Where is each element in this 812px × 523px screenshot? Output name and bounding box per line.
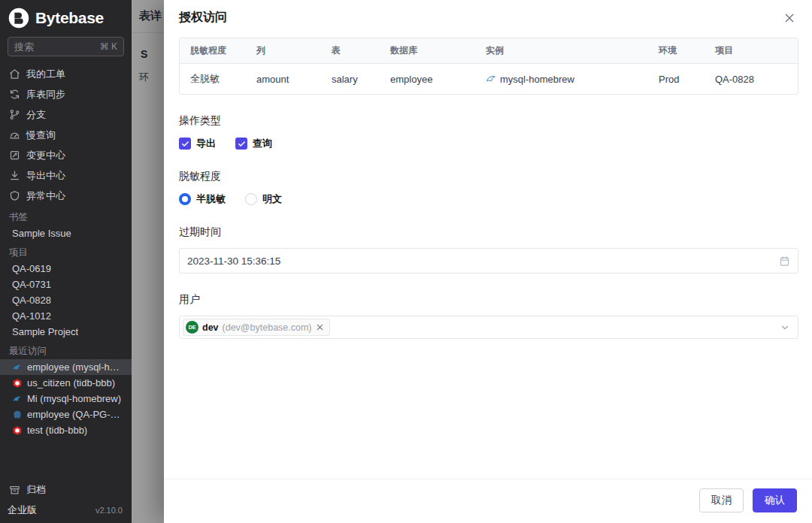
checkbox-checked-icon[interactable] [235,138,247,150]
postgres-icon [12,410,23,420]
sidebar-item-project[interactable]: QA-1012 [0,308,132,324]
brand[interactable]: Bytebase [0,0,132,34]
calendar-icon[interactable] [779,255,790,267]
masking-level-options: 半脱敏 明文 [179,192,798,206]
nav-label: 慢查询 [26,128,56,142]
user-email: (dev@bytebase.com) [223,322,312,333]
project-label: QA-1012 [12,310,51,322]
user-tag: DE dev (dev@bytebase.com) [183,319,330,336]
column-header: 环境 [648,38,704,63]
column-header: 实例 [475,38,648,63]
search-input[interactable] [14,41,82,53]
version-label: v2.10.0 [95,506,123,515]
sidebar-item-project[interactable]: QA-0731 [0,277,132,292]
export-checkbox[interactable]: 导出 [179,137,216,150]
masking-target-table: 脱敏程度 列 表 数据库 实例 环境 项目 全脱敏 amount salary … [179,38,798,95]
project-label: QA-0731 [12,279,51,290]
sidebar-item-anomaly-center[interactable]: 异常中心 [0,186,132,206]
sidebar-item-recent[interactable]: employee (mysql-ho... [0,359,132,375]
projects-section-title: 项目 [0,244,132,261]
nav-label: 库表同步 [26,88,65,101]
mysql-icon [12,362,23,373]
project-cell: QA-0828 [704,64,798,94]
operation-type-options: 导出 查询 [179,137,798,150]
tidb-icon [12,425,23,436]
environment-cell: Prod [648,64,704,94]
sidebar-item-my-issues[interactable]: 我的工单 [0,64,132,84]
recent-section-title: 最近访问 [0,343,132,359]
sidebar-item-archive[interactable]: 归档 [0,479,132,500]
user-select[interactable]: DE dev (dev@bytebase.com) [179,316,798,339]
bytebase-logo-icon [8,7,30,29]
sidebar-item-branch[interactable]: 分支 [0,104,132,125]
radio-selected-icon[interactable] [179,193,191,205]
nav-label: 异常中心 [26,189,65,203]
expiration-label: 过期时间 [179,225,798,239]
nav-label: 我的工单 [26,68,65,81]
sidebar-bottom: 企业版 v2.10.0 [0,500,132,523]
grant-access-dialog: 授权访问 脱敏程度 列 表 数据库 实例 环境 项目 全脱敏 amount sa… [164,0,812,523]
sidebar-item-recent[interactable]: employee (QA-PG-54... [0,407,132,422]
chevron-down-icon[interactable] [780,322,790,333]
dialog-header: 授权访问 [164,0,812,32]
masking-level-label: 脱敏程度 [179,170,798,183]
avatar: DE [186,321,198,334]
mysql-icon [12,394,23,404]
recent-label: Mi (mysql-homebrew) [27,393,121,404]
column-header: 列 [246,38,321,63]
dialog-title: 授权访问 [179,10,227,26]
sidebar-item-recent[interactable]: test (tidb-bbb) [0,422,132,438]
branch-icon [9,109,20,120]
plaintext-radio[interactable]: 明文 [245,192,282,206]
cancel-button[interactable]: 取消 [699,488,744,512]
home-icon [9,68,20,80]
sidebar-item-sample-issue[interactable]: Sample Issue [0,225,132,241]
shield-icon [9,190,20,201]
checkbox-checked-icon[interactable] [179,138,191,150]
download-icon [9,170,20,181]
sidebar-item-change-center[interactable]: 变更中心 [0,145,132,165]
edition-label[interactable]: 企业版 [8,503,37,517]
search-box[interactable]: ⌘ K [8,37,124,56]
sidebar-item-export-center[interactable]: 导出中心 [0,165,132,186]
sync-icon [9,89,20,100]
dialog-footer: 取消 确认 [164,479,812,523]
recent-label: test (tidb-bbb) [27,425,87,436]
radio-unselected-icon[interactable] [245,193,257,205]
recent-label: employee (mysql-ho... [27,361,123,373]
remove-user-icon[interactable] [316,323,324,331]
column-cell: amount [246,64,321,94]
archive-label: 归档 [26,483,46,497]
export-label: 导出 [196,137,216,150]
table-cell: salary [321,64,380,94]
confirm-button[interactable]: 确认 [753,488,797,512]
sidebar-item-schema-sync[interactable]: 库表同步 [0,84,132,104]
sidebar-item-project[interactable]: QA-0619 [0,261,132,277]
sidebar-item-recent[interactable]: Mi (mysql-homebrew) [0,391,132,407]
semi-masking-label: 半脱敏 [196,192,226,206]
slow-query-icon [9,129,20,141]
sidebar: Bytebase ⌘ K 我的工单 库表同步 分支 慢查询 变更中心 导出中心 … [0,0,132,523]
search-shortcut: ⌘ K [100,41,117,52]
close-icon[interactable] [783,12,795,24]
semi-masking-radio[interactable]: 半脱敏 [179,192,226,206]
database-cell: employee [380,64,475,94]
bookmarks-section-title: 书签 [0,209,132,225]
query-label: 查询 [253,137,272,150]
project-label: QA-0619 [12,263,51,274]
user-label: 用户 [179,293,798,307]
sidebar-item-project[interactable]: Sample Project [0,324,132,340]
bookmark-label: Sample Issue [12,228,71,239]
recent-label: employee (QA-PG-54... [27,409,123,420]
sidebar-item-slow-query[interactable]: 慢查询 [0,125,132,145]
column-header: 项目 [704,38,798,63]
sidebar-item-project[interactable]: QA-0828 [0,292,132,308]
column-header: 表 [321,38,380,63]
recent-label: us_citizen (tidb-bbb) [27,377,115,388]
expiration-datetime-input[interactable]: 2023-11-30 15:36:15 [179,248,798,274]
nav-label: 导出中心 [26,169,65,183]
sidebar-item-recent[interactable]: us_citizen (tidb-bbb) [0,375,132,391]
plaintext-label: 明文 [262,192,282,206]
sidebar-spacer [0,438,132,479]
query-checkbox[interactable]: 查询 [235,137,272,150]
